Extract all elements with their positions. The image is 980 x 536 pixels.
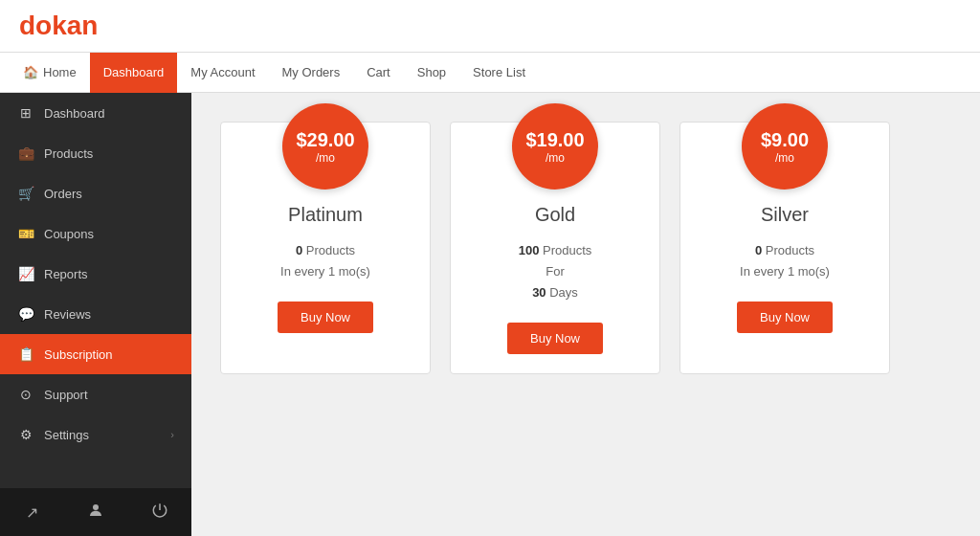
subscription-icon: 📋 <box>17 346 34 362</box>
external-link-icon: ↗ <box>26 503 38 522</box>
sidebar-coupons-label: Coupons <box>44 227 94 241</box>
power-icon <box>151 502 168 523</box>
silver-period: /mo <box>775 151 794 165</box>
sidebar-item-subscription[interactable]: 📋 Subscription <box>0 334 191 374</box>
home-icon: 🏠 <box>23 65 38 79</box>
platinum-details: 0 Products In every 1 mo(s) <box>280 240 370 282</box>
sidebar-reviews-label: Reviews <box>44 307 91 322</box>
plan-badge-gold: $19.00 /mo <box>512 103 598 190</box>
gold-name: Gold <box>535 204 575 226</box>
silver-price: $9.00 <box>761 128 809 151</box>
silver-products-count: 0 <box>755 243 762 257</box>
sidebar-item-reports[interactable]: 📈 Reports <box>0 254 191 294</box>
plans-grid: $29.00 /mo Platinum 0 Products In every … <box>220 122 951 374</box>
gold-period: /mo <box>546 151 565 165</box>
header: dokan <box>0 0 980 53</box>
sidebar-bottom: ↗ <box>0 488 191 536</box>
nav-home[interactable]: 🏠 Home <box>10 53 90 93</box>
user-icon <box>87 502 104 523</box>
products-icon: 💼 <box>17 145 34 161</box>
nav-shop-label: Shop <box>417 65 446 79</box>
sidebar-products-label: Products <box>44 146 93 161</box>
reports-icon: 📈 <box>17 266 34 281</box>
settings-arrow-icon: › <box>170 429 174 440</box>
logo-highlight: d <box>19 11 35 40</box>
nav-dashboard[interactable]: Dashboard <box>90 53 178 93</box>
dashboard-icon: ⊞ <box>17 105 34 121</box>
gold-details: 100 Products For 30 Days <box>519 240 592 303</box>
sidebar-item-support[interactable]: ⊙ Support <box>0 374 191 414</box>
sidebar-orders-label: Orders <box>44 187 82 201</box>
platinum-name: Platinum <box>288 204 363 226</box>
nav-my-account-label: My Account <box>190 65 255 79</box>
plan-card-gold: $19.00 /mo Gold 100 Products For 30 Days… <box>450 122 660 374</box>
sidebar-item-reviews[interactable]: 💬 Reviews <box>0 294 191 334</box>
platinum-products-count: 0 <box>296 243 302 257</box>
gold-days: 30 <box>532 285 546 300</box>
gold-products-count: 100 <box>519 243 540 257</box>
platinum-buy-button[interactable]: Buy Now <box>278 302 373 333</box>
nav-my-orders[interactable]: My Orders <box>269 53 354 93</box>
silver-name: Silver <box>761 204 809 226</box>
sidebar-settings-label: Settings <box>44 428 89 442</box>
sidebar-item-coupons[interactable]: 🎫 Coupons <box>0 213 191 254</box>
support-icon: ⊙ <box>17 387 34 402</box>
sidebar-power-button[interactable] <box>127 488 191 536</box>
plan-badge-silver: $9.00 /mo <box>742 103 828 190</box>
logo-rest: okan <box>35 11 98 40</box>
coupons-icon: 🎫 <box>17 226 34 241</box>
plan-card-silver: $9.00 /mo Silver 0 Products In every 1 m… <box>679 122 890 374</box>
nav-home-label: Home <box>43 65 77 79</box>
sidebar-item-dashboard[interactable]: ⊞ Dashboard <box>0 93 191 133</box>
nav-cart-label: Cart <box>367 65 390 79</box>
sidebar-subscription-label: Subscription <box>44 347 113 362</box>
sidebar-dashboard-label: Dashboard <box>44 106 105 121</box>
orders-icon: 🛒 <box>17 186 34 201</box>
silver-buy-button[interactable]: Buy Now <box>737 302 833 333</box>
nav-store-list-label: Store List <box>473 65 525 79</box>
gold-buy-button[interactable]: Buy Now <box>507 323 603 354</box>
nav-shop[interactable]: Shop <box>404 53 459 93</box>
sidebar-item-settings[interactable]: ⚙ Settings › <box>0 414 191 455</box>
sidebar-reports-label: Reports <box>44 267 88 281</box>
nav-cart[interactable]: Cart <box>353 53 404 93</box>
layout: ⊞ Dashboard 💼 Products 🛒 Orders 🎫 Coupon… <box>0 93 980 536</box>
nav-my-orders-label: My Orders <box>282 65 341 79</box>
plan-badge-platinum: $29.00 /mo <box>282 103 368 190</box>
logo: dokan <box>19 11 98 41</box>
sidebar: ⊞ Dashboard 💼 Products 🛒 Orders 🎫 Coupon… <box>0 93 191 536</box>
sidebar-item-products[interactable]: 💼 Products <box>0 133 191 173</box>
sidebar-item-orders[interactable]: 🛒 Orders <box>0 173 191 213</box>
sidebar-external-link-button[interactable]: ↗ <box>0 488 64 536</box>
platinum-period: /mo <box>316 151 335 165</box>
nav-my-account[interactable]: My Account <box>177 53 268 93</box>
nav-dashboard-label: Dashboard <box>103 65 165 79</box>
sidebar-user-button[interactable] <box>64 488 128 536</box>
reviews-icon: 💬 <box>17 306 34 322</box>
silver-details: 0 Products In every 1 mo(s) <box>740 240 830 282</box>
main-content: $29.00 /mo Platinum 0 Products In every … <box>191 93 980 536</box>
svg-point-0 <box>93 504 99 510</box>
plan-card-platinum: $29.00 /mo Platinum 0 Products In every … <box>220 122 431 374</box>
nav-store-list[interactable]: Store List <box>459 53 539 93</box>
platinum-price: $29.00 <box>296 128 354 151</box>
gold-price: $19.00 <box>525 128 584 151</box>
settings-icon: ⚙ <box>17 427 34 442</box>
sidebar-support-label: Support <box>44 388 88 402</box>
top-nav: 🏠 Home Dashboard My Account My Orders Ca… <box>0 53 980 93</box>
